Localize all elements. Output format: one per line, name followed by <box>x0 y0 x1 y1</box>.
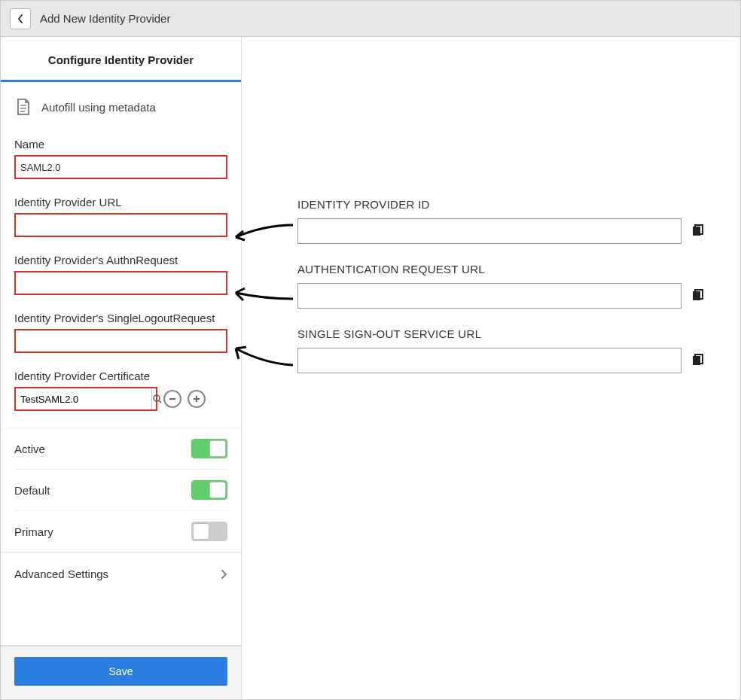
ref-sso-out: SINGLE SIGN-OUT SERVICE URL <box>297 327 709 373</box>
active-label: Active <box>14 443 45 455</box>
plus-icon <box>192 394 201 403</box>
page-title: Add New Identity Provider <box>40 12 170 25</box>
name-label: Name <box>14 138 227 151</box>
auth-url-input[interactable] <box>297 283 682 309</box>
primary-toggle[interactable] <box>191 522 227 541</box>
save-button[interactable]: Save <box>14 657 227 686</box>
chevron-right-icon <box>220 568 227 580</box>
left-pane: Configure Identity Provider Autofill usi… <box>1 37 242 699</box>
advanced-settings[interactable]: Advanced Settings <box>1 552 241 595</box>
back-button[interactable] <box>10 8 31 29</box>
slo-label: Identity Provider's SingleLogoutRequest <box>14 312 227 324</box>
add-cert-button[interactable] <box>188 390 206 408</box>
toggle-default-row: Default <box>14 469 227 510</box>
sso-out-label: SINGLE SIGN-OUT SERVICE URL <box>297 327 709 340</box>
name-input[interactable] <box>14 155 227 179</box>
autofill-label: Autofill using metadata <box>41 101 156 114</box>
sso-out-input[interactable] <box>297 348 682 373</box>
svg-point-0 <box>154 395 160 401</box>
copy-icon <box>691 354 704 367</box>
active-toggle[interactable] <box>191 439 227 458</box>
field-slo: Identity Provider's SingleLogoutRequest <box>14 312 227 353</box>
toggle-active-row: Active <box>14 428 227 469</box>
auth-url-label: AUTHENTICATION REQUEST URL <box>297 263 709 275</box>
document-icon <box>14 97 34 117</box>
ref-auth-url: AUTHENTICATION REQUEST URL <box>297 263 709 309</box>
default-toggle[interactable] <box>191 480 227 500</box>
field-idp-url: Identity Provider URL <box>14 196 227 237</box>
tab-configure[interactable]: Configure Identity Provider <box>1 37 241 82</box>
minus-icon <box>168 394 177 403</box>
remove-cert-button[interactable] <box>163 390 181 408</box>
copy-auth-url-button[interactable] <box>686 285 709 307</box>
idp-url-input[interactable] <box>14 213 227 237</box>
search-icon <box>152 394 163 404</box>
authn-input[interactable] <box>14 271 227 295</box>
copy-icon <box>691 224 704 238</box>
copy-icon <box>691 289 704 303</box>
autofill-metadata[interactable]: Autofill using metadata <box>14 97 227 117</box>
idp-url-label: Identity Provider URL <box>14 196 227 208</box>
copy-sso-out-button[interactable] <box>686 349 709 372</box>
chevron-left-icon <box>17 14 24 24</box>
cert-input-wrap <box>14 387 157 411</box>
idp-id-label: IDENTITY PROVIDER ID <box>297 198 709 211</box>
advanced-label: Advanced Settings <box>14 568 108 580</box>
cert-input[interactable] <box>16 388 151 409</box>
form-area: Autofill using metadata Name Identity Pr… <box>1 82 241 646</box>
field-authn: Identity Provider's AuthnRequest <box>14 254 227 295</box>
field-cert: Identity Provider Certificate <box>14 370 227 411</box>
default-label: Default <box>14 484 50 497</box>
primary-label: Primary <box>14 525 53 538</box>
cert-search-button[interactable] <box>151 388 163 409</box>
copy-idp-id-button[interactable] <box>686 220 709 242</box>
save-area: Save <box>1 646 241 699</box>
window: Add New Identity Provider Configure Iden… <box>0 0 741 700</box>
field-name: Name <box>14 138 227 179</box>
authn-label: Identity Provider's AuthnRequest <box>14 254 227 266</box>
cert-label: Identity Provider Certificate <box>14 370 227 382</box>
slo-input[interactable] <box>14 329 227 353</box>
ref-idp-id: IDENTITY PROVIDER ID <box>297 198 709 244</box>
titlebar: Add New Identity Provider <box>1 1 740 37</box>
toggle-primary-row: Primary <box>14 510 227 552</box>
idp-id-input[interactable] <box>297 218 682 244</box>
toggles-section: Active Default Primary <box>1 428 241 552</box>
